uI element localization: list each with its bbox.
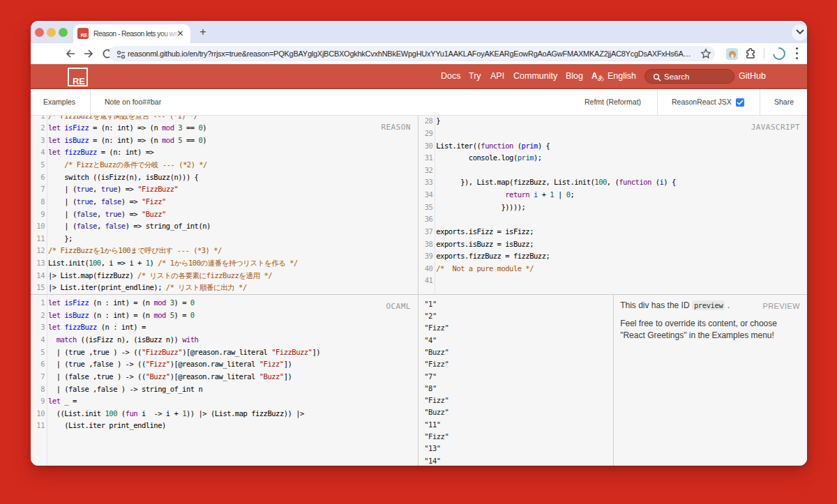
code-line: 14|> List.map(fizzBuzz) /* リストの各要素にfizzB… bbox=[31, 270, 418, 282]
tab-search-button[interactable] bbox=[792, 24, 807, 40]
preview-id-chip: preview bbox=[692, 300, 725, 310]
code-line: 8 | (true, false) => "Fizz" bbox=[31, 196, 418, 208]
share-button[interactable]: Share bbox=[774, 89, 794, 115]
close-window-button[interactable] bbox=[35, 28, 44, 37]
back-button[interactable] bbox=[62, 45, 79, 62]
code-line: 29 bbox=[418, 128, 807, 140]
code-line: 3let fizzBuzz (n : int) = bbox=[31, 321, 418, 334]
tab-close-icon[interactable]: ✕ bbox=[175, 29, 186, 39]
editor-grid: REASON 1/* FizzBuzzを返す関数を宣言 --- (*1) */2… bbox=[31, 116, 807, 466]
zoom-window-button[interactable] bbox=[59, 28, 68, 37]
check-icon bbox=[737, 100, 744, 105]
desktop: { "browser": { "tab": { "title": "Reason… bbox=[0, 0, 837, 504]
url-text[interactable]: reasonml.github.io/en/try?rrjsx=true&rea… bbox=[128, 46, 698, 61]
address-bar[interactable]: reasonml.github.io/en/try?rrjsx=true&rea… bbox=[109, 46, 715, 61]
console-line: "Buzz" bbox=[424, 406, 612, 418]
code-line: 35 })))); bbox=[418, 201, 807, 214]
new-tab-button[interactable]: + bbox=[196, 25, 210, 39]
console-line: "Fizz" bbox=[424, 395, 612, 406]
nav-link-try[interactable]: Try bbox=[469, 64, 481, 88]
console-line: "11" bbox=[424, 419, 612, 431]
code-line: 32 bbox=[418, 165, 807, 177]
code-line: 38exports.isBuzz = isBuzz; bbox=[418, 238, 807, 251]
preview-paragraph: Feel free to override its content, or ch… bbox=[620, 318, 801, 342]
tab-strip: RE Reason - Reason lets you writ ✕ + bbox=[31, 21, 807, 43]
nav-search-box[interactable]: Search bbox=[644, 69, 734, 84]
site-info-icon[interactable] bbox=[116, 49, 126, 62]
console-output[interactable]: "1""2""Fizz""4""Buzz""Fizz""7""8""Fizz""… bbox=[418, 295, 612, 466]
refmt-button[interactable]: Refmt (Reformat) bbox=[585, 89, 641, 115]
javascript-editor[interactable]: JAVASCRIPT 28}2930List.iter((function (p… bbox=[418, 116, 807, 294]
code-line: 5 /* FizzとBuzzの条件で分岐 --- (*2) */ bbox=[31, 159, 418, 171]
playground-toolbar: Examples Note on foo##bar Refmt (Reforma… bbox=[31, 89, 807, 116]
console-lines: "1""2""Fizz""4""Buzz""Fizz""7""8""Fizz""… bbox=[424, 298, 612, 466]
code-line: 34 return i + 1 | 0; bbox=[418, 189, 807, 201]
code-line: 10 ((List.init 100 (fun i -> i + 1)) |> … bbox=[31, 408, 418, 420]
code-line: 4 match ((isFizz n), (isBuzz n)) with bbox=[31, 334, 418, 346]
code-line: 10 | (false, false) => string_of_int(n) bbox=[31, 220, 418, 233]
code-line: 6 | (true ,false ) -> (("Fizz")[@reason.… bbox=[31, 358, 418, 371]
profile-avatar[interactable] bbox=[770, 45, 787, 62]
jsx-label: ReasonReact JSX bbox=[672, 89, 732, 115]
code-line: 8 | (false ,false ) -> string_of_int n bbox=[31, 383, 418, 396]
toolbar-separator bbox=[760, 89, 760, 115]
toolbar-separator bbox=[657, 89, 658, 115]
code-line: 1/* FizzBuzzを返す関数を宣言 --- (*1) */ bbox=[31, 116, 418, 122]
console-line: "2" bbox=[424, 310, 612, 322]
nav-link-docs[interactable]: Docs bbox=[441, 64, 460, 88]
code-line: 11 }; bbox=[31, 233, 418, 245]
code-line: 7 | (false ,true ) -> (("Buzz")[@reason.… bbox=[31, 371, 418, 383]
browser-toolbar: reasonml.github.io/en/try?rrjsx=true&rea… bbox=[31, 43, 807, 64]
nav-link-github[interactable]: GitHub bbox=[739, 64, 766, 88]
console-line: "13" bbox=[424, 443, 612, 455]
code-line: 13List.init(100, i => i + 1) /* 1から100の連… bbox=[31, 257, 418, 270]
code-line: 28} bbox=[418, 116, 807, 128]
nav-language-select[interactable]: English bbox=[608, 64, 636, 88]
browser-menu-button[interactable] bbox=[792, 47, 801, 61]
ocaml-editor[interactable]: OCAML 1let isFizz (n : int) = (n mod 3) … bbox=[31, 295, 418, 466]
code-line: 2let isFizz = (n: int) => (n mod 3 == 0) bbox=[31, 122, 418, 135]
console-line: "7" bbox=[424, 371, 612, 383]
bookmark-star-icon[interactable] bbox=[700, 48, 711, 62]
console-line: "Fizz" bbox=[424, 358, 612, 370]
tab-favicon: RE bbox=[77, 28, 89, 39]
console-line: "Buzz" bbox=[424, 346, 612, 358]
console-line: "14" bbox=[424, 455, 612, 466]
minimize-window-button[interactable] bbox=[47, 28, 56, 37]
code-line: 40/* Not a pure module */ bbox=[418, 263, 807, 275]
translate-latin-glyph: A bbox=[591, 71, 598, 81]
reason-logo[interactable]: RE bbox=[68, 68, 88, 86]
nav-link-blog[interactable]: Blog bbox=[566, 64, 583, 88]
code-line: 41 bbox=[418, 275, 807, 287]
toolbar-divider bbox=[764, 48, 764, 59]
pane-label-ocaml: OCAML bbox=[386, 302, 411, 311]
translate-kana-glyph: あ bbox=[598, 74, 605, 82]
code-line: 12/* FizzBuzzを1から100まで呼び出す --- (*3) */ bbox=[31, 245, 418, 257]
jsx-checkbox[interactable] bbox=[736, 98, 744, 107]
browser-tab[interactable]: RE Reason - Reason lets you writ ✕ bbox=[73, 24, 190, 43]
examples-menu-button[interactable]: Examples bbox=[43, 89, 75, 115]
code-line: 6 switch ((isFizz(n), isBuzz(n))) { bbox=[31, 171, 418, 184]
forward-button[interactable] bbox=[80, 45, 97, 62]
code-line: 3let isBuzz = (n: int) => (n mod 5 == 0) bbox=[31, 135, 418, 147]
chevron-down-icon bbox=[796, 29, 804, 35]
search-icon bbox=[653, 73, 661, 82]
code-line: 30List.iter((function (prim) { bbox=[418, 140, 807, 153]
preview-pane[interactable]: PREVIEW This div has the ID preview . Fe… bbox=[614, 295, 807, 466]
translate-icon[interactable]: Aあ bbox=[591, 64, 604, 88]
console-line: "8" bbox=[424, 383, 612, 395]
nav-link-api[interactable]: API bbox=[490, 64, 504, 88]
code-line: 2let isBuzz (n : int) = (n mod 5) = 0 bbox=[31, 310, 418, 322]
extension-shiba-icon[interactable] bbox=[726, 48, 738, 60]
toolbar-separator bbox=[90, 89, 91, 115]
nav-link-community[interactable]: Community bbox=[513, 64, 557, 88]
site-navbar: RE Docs Try API Community Blog Aあ Englis… bbox=[31, 64, 807, 89]
console-line: "Fizz" bbox=[424, 431, 612, 443]
extensions-puzzle-icon[interactable] bbox=[744, 47, 757, 63]
search-placeholder: Search bbox=[664, 70, 689, 84]
note-menu-item[interactable]: Note on foo##bar bbox=[105, 89, 161, 115]
pane-label-javascript: JAVASCRIPT bbox=[751, 123, 800, 132]
console-line: "4" bbox=[424, 335, 612, 346]
code-line: 1let isFizz (n : int) = (n mod 3) = 0 bbox=[31, 297, 418, 310]
reason-editor[interactable]: REASON 1/* FizzBuzzを返す関数を宣言 --- (*1) */2… bbox=[31, 116, 418, 294]
